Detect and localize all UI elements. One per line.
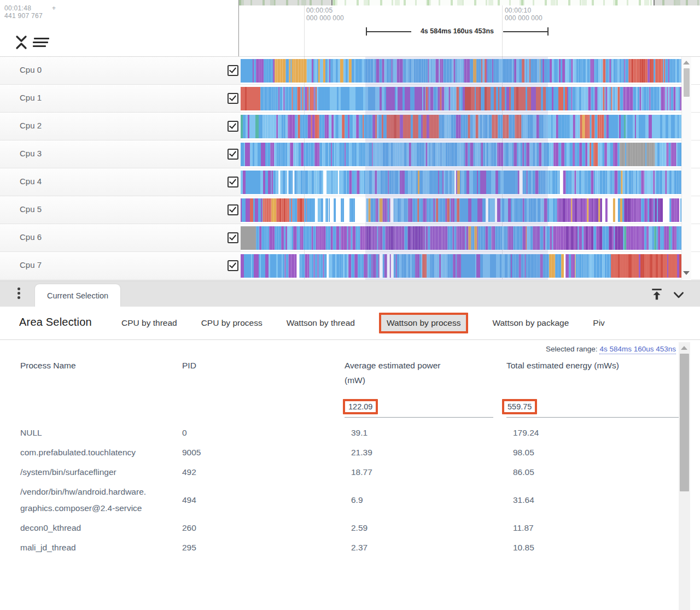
process-rows: NULL039.1179.24com.prefabulated.touchlat… bbox=[20, 423, 667, 558]
track-label-shell[interactable]: Cpu 2 bbox=[0, 113, 241, 140]
track-checkbox[interactable] bbox=[228, 260, 238, 271]
table-row[interactable]: com.prefabulated.touchlatency900521.3998… bbox=[20, 443, 667, 462]
table-scroll-up-arrow[interactable] bbox=[681, 346, 687, 350]
track-label: Cpu 3 bbox=[20, 149, 42, 158]
track-label: Cpu 1 bbox=[20, 93, 42, 102]
table-row[interactable]: mali_jd_thread2952.3710.85 bbox=[20, 538, 667, 558]
viewport-start-time: 00:01:48 441 907 767 bbox=[4, 4, 43, 20]
track-checkbox[interactable] bbox=[228, 204, 238, 215]
cell-energy: 10.85 bbox=[513, 539, 667, 556]
tracks-scroll-down-arrow[interactable] bbox=[683, 271, 690, 275]
cpu-track-row[interactable]: Cpu 7 bbox=[0, 252, 700, 280]
cpu-track-row[interactable]: Cpu 5 bbox=[0, 196, 700, 224]
cell-name: /vendor/bin/hw/android.hardware.graphics… bbox=[20, 484, 148, 517]
cell-pid: 494 bbox=[182, 492, 351, 508]
cell-energy: 86.05 bbox=[513, 464, 667, 480]
minimap-left-handle[interactable] bbox=[331, 0, 332, 5]
total-energy-highlight: 559.75 bbox=[502, 399, 537, 414]
table-scrollbar[interactable] bbox=[679, 342, 690, 610]
table-row[interactable]: NULL039.1179.24 bbox=[20, 423, 667, 443]
table-row[interactable]: /vendor/bin/hw/android.hardware.graphics… bbox=[20, 482, 667, 518]
track-checkbox[interactable] bbox=[228, 149, 238, 160]
col-header-total-energy[interactable]: Total estimated energy (mWs) bbox=[506, 358, 670, 373]
panel-menu-icon[interactable] bbox=[18, 288, 21, 301]
track-label: Cpu 7 bbox=[20, 260, 42, 269]
cell-energy: 11.87 bbox=[513, 520, 667, 536]
track-label: Cpu 5 bbox=[20, 204, 42, 214]
details-tab-wattson-by-package[interactable]: Wattson by package bbox=[492, 318, 569, 328]
cpu-track-row[interactable]: Cpu 3 bbox=[0, 140, 700, 168]
details-tab-wattson-by-process[interactable]: Wattson by process bbox=[379, 313, 469, 333]
selection-bracket-right-tick bbox=[547, 27, 549, 36]
track-label-shell[interactable]: Cpu 5 bbox=[0, 196, 241, 224]
cpu-slices-canvas[interactable] bbox=[241, 198, 681, 222]
perfetto-trace-viewer: 00:01:48 441 907 767 + 00:00:05 000 000 … bbox=[0, 0, 700, 610]
cpu-slices-canvas[interactable] bbox=[241, 59, 681, 83]
cpu-slices-canvas[interactable] bbox=[241, 87, 681, 110]
area-selection-title: Area Selection bbox=[19, 316, 92, 329]
col-header-avg-power[interactable]: Average estimated power (mW) bbox=[345, 358, 450, 388]
track-label-shell[interactable]: Cpu 4 bbox=[0, 168, 241, 196]
cell-name: decon0_kthread bbox=[20, 520, 148, 536]
collapse-panel-chevron-icon[interactable] bbox=[672, 288, 686, 302]
table-row[interactable]: /system/bin/surfaceflinger49218.7786.05 bbox=[20, 462, 667, 482]
cpu-track-row[interactable]: Cpu 2 bbox=[0, 113, 700, 140]
track-checkbox[interactable] bbox=[228, 177, 238, 187]
cell-power: 21.39 bbox=[351, 444, 513, 461]
col-header-pid[interactable]: PID bbox=[182, 358, 248, 373]
cpu-slices-canvas[interactable] bbox=[241, 171, 681, 194]
dock-panel-top-icon[interactable] bbox=[650, 287, 664, 301]
tracks-scrollbar[interactable] bbox=[681, 57, 691, 280]
trace-overview-minimap[interactable] bbox=[239, 0, 700, 5]
cpu-slices-canvas[interactable] bbox=[241, 254, 681, 278]
cpu-track-row[interactable]: Cpu 0 bbox=[0, 57, 700, 85]
table-scrollbar-thumb[interactable] bbox=[680, 354, 689, 491]
cell-energy: 179.24 bbox=[513, 425, 667, 441]
cpu-track-row[interactable]: Cpu 6 bbox=[0, 224, 700, 252]
track-label-shell[interactable]: Cpu 0 bbox=[0, 57, 241, 84]
bottom-panel-tabbar: Current Selection bbox=[0, 280, 700, 307]
viewport-time-plus: + bbox=[52, 4, 56, 12]
ruler-tick-1: 00:00:05 000 000 000 bbox=[306, 7, 344, 22]
table-row[interactable]: decon0_kthread2602.5911.87 bbox=[20, 518, 667, 538]
cpu-track-row[interactable]: Cpu 1 bbox=[0, 85, 700, 113]
track-label-shell[interactable]: Cpu 1 bbox=[0, 85, 241, 112]
details-tab-piv[interactable]: Piv bbox=[593, 318, 605, 328]
selected-range-value[interactable]: 4s 584ms 160us 453ns bbox=[599, 345, 676, 354]
track-label-shell[interactable]: Cpu 7 bbox=[0, 252, 241, 279]
tracks-scroll-up-arrow[interactable] bbox=[683, 61, 690, 64]
cell-pid: 295 bbox=[182, 539, 351, 556]
track-checkbox[interactable] bbox=[228, 65, 238, 76]
cell-power: 18.77 bbox=[351, 464, 513, 480]
tab-current-selection[interactable]: Current Selection bbox=[35, 284, 120, 307]
track-label: Cpu 6 bbox=[20, 232, 42, 242]
track-checkbox[interactable] bbox=[228, 93, 238, 104]
track-label: Cpu 0 bbox=[20, 65, 42, 74]
details-tab-wattson-by-thread[interactable]: Wattson by thread bbox=[287, 318, 355, 328]
cell-name: NULL bbox=[20, 425, 148, 441]
cpu-slices-canvas[interactable] bbox=[241, 226, 681, 250]
cell-pid: 9005 bbox=[182, 444, 351, 461]
details-tab-cpu-by-thread[interactable]: CPU by thread bbox=[121, 318, 177, 328]
cell-power: 6.9 bbox=[351, 492, 513, 508]
track-sort-icon[interactable] bbox=[33, 38, 48, 49]
track-checkbox[interactable] bbox=[228, 232, 238, 243]
totals-underline-energy bbox=[506, 417, 679, 418]
col-header-process-name[interactable]: Process Name bbox=[20, 358, 151, 373]
cpu-track-row[interactable]: Cpu 4 bbox=[0, 168, 700, 196]
track-label-shell[interactable]: Cpu 6 bbox=[0, 224, 241, 251]
selected-range-label: Selected range: bbox=[546, 345, 598, 353]
cpu-slices-canvas[interactable] bbox=[241, 115, 681, 138]
cpu-slices-canvas[interactable] bbox=[241, 143, 681, 166]
minimap-left-curtain bbox=[239, 0, 332, 5]
selection-duration-label: 4s 584ms 160us 453ns bbox=[411, 27, 503, 35]
track-checkbox[interactable] bbox=[228, 121, 238, 132]
collapse-tracks-icon[interactable] bbox=[15, 34, 28, 50]
minimap-right-handle[interactable] bbox=[654, 0, 655, 5]
details-tab-cpu-by-process[interactable]: CPU by process bbox=[201, 318, 262, 328]
details-tab-strip: CPU by threadCPU by processWattson by th… bbox=[121, 307, 692, 339]
tracks-scrollbar-thumb[interactable] bbox=[684, 68, 690, 97]
wattson-process-table: Selected range: 4s 584ms 160us 453ns Pro… bbox=[0, 340, 700, 610]
track-label: Cpu 4 bbox=[20, 177, 42, 186]
track-label-shell[interactable]: Cpu 3 bbox=[0, 140, 241, 168]
